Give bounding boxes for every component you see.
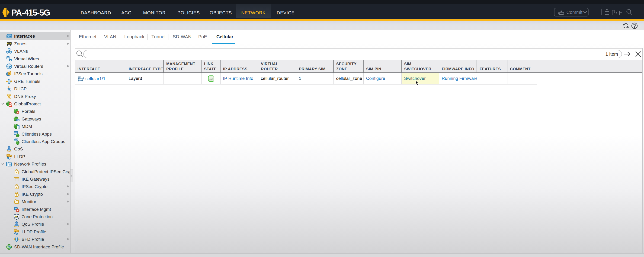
svg-text:QoS: QoS (14, 225, 19, 227)
svg-text:DNS: DNS (7, 94, 11, 96)
svg-text:IP: IP (8, 86, 10, 88)
svg-text:QoS: QoS (7, 150, 12, 152)
